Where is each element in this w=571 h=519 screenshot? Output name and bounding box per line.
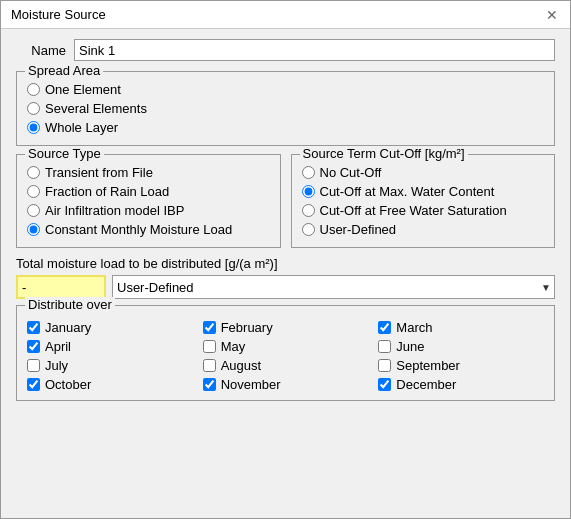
distribute-title: Distribute over [25,297,115,312]
radio-several-elements-label: Several Elements [45,101,147,116]
radio-user-defined-cutoff-label: User-Defined [320,222,397,237]
radio-constant-monthly-input[interactable] [27,223,40,236]
label-june: June [396,339,424,354]
name-row: Name [16,39,555,61]
radio-fraction-rain-input[interactable] [27,185,40,198]
distribute-box: Distribute over January February March [16,305,555,401]
radio-cutoff-max-water-input[interactable] [302,185,315,198]
month-september: September [378,358,544,373]
title-bar: Moisture Source ✕ [1,1,570,29]
checkbox-may[interactable] [203,340,216,353]
label-july: July [45,358,68,373]
radio-user-defined-cutoff: User-Defined [302,222,545,237]
month-december: December [378,377,544,392]
label-december: December [396,377,456,392]
label-april: April [45,339,71,354]
checkbox-october[interactable] [27,378,40,391]
radio-no-cutoff-input[interactable] [302,166,315,179]
radio-transient: Transient from File [27,165,270,180]
month-february: February [203,320,369,335]
radio-cutoff-free-water-label: Cut-Off at Free Water Saturation [320,203,507,218]
radio-transient-input[interactable] [27,166,40,179]
source-row: Source Type Transient from File Fraction… [16,154,555,256]
radio-several-elements-input[interactable] [27,102,40,115]
radio-no-cutoff: No Cut-Off [302,165,545,180]
label-january: January [45,320,91,335]
source-term-group: Source Term Cut-Off [kg/m²] No Cut-Off C… [291,154,556,248]
checkbox-july[interactable] [27,359,40,372]
radio-cutoff-free-water-input[interactable] [302,204,315,217]
months-grid: January February March April May [27,320,544,392]
moisture-controls: User-Defined Custom ▼ [16,275,555,299]
month-july: July [27,358,193,373]
checkbox-september[interactable] [378,359,391,372]
checkbox-january[interactable] [27,321,40,334]
label-may: May [221,339,246,354]
radio-fraction-rain: Fraction of Rain Load [27,184,270,199]
close-button[interactable]: ✕ [544,8,560,22]
label-february: February [221,320,273,335]
radio-one-element-input[interactable] [27,83,40,96]
month-april: April [27,339,193,354]
checkbox-april[interactable] [27,340,40,353]
label-november: November [221,377,281,392]
window-title: Moisture Source [11,7,106,22]
radio-cutoff-free-water: Cut-Off at Free Water Saturation [302,203,545,218]
checkbox-february[interactable] [203,321,216,334]
radio-several-elements: Several Elements [27,101,544,116]
checkbox-march[interactable] [378,321,391,334]
radio-one-element-label: One Element [45,82,121,97]
radio-user-defined-cutoff-input[interactable] [302,223,315,236]
source-type-title: Source Type [25,146,104,161]
checkbox-november[interactable] [203,378,216,391]
name-label: Name [16,43,66,58]
radio-constant-monthly-label: Constant Monthly Moisture Load [45,222,232,237]
moisture-dropdown[interactable]: User-Defined Custom [112,275,555,299]
label-august: August [221,358,261,373]
source-type-group: Source Type Transient from File Fraction… [16,154,281,248]
spread-area-group: Spread Area One Element Several Elements… [16,71,555,146]
radio-transient-label: Transient from File [45,165,153,180]
month-may: May [203,339,369,354]
moisture-dropdown-wrap: User-Defined Custom ▼ [112,275,555,299]
radio-fraction-rain-label: Fraction of Rain Load [45,184,169,199]
spread-area-title: Spread Area [25,63,103,78]
label-march: March [396,320,432,335]
moisture-load-label: Total moisture load to be distributed [g… [16,256,555,271]
radio-whole-layer: Whole Layer [27,120,544,135]
radio-no-cutoff-label: No Cut-Off [320,165,382,180]
label-october: October [45,377,91,392]
moisture-load-input[interactable] [16,275,106,299]
radio-air-infiltration: Air Infiltration model IBP [27,203,270,218]
moisture-source-window: Moisture Source ✕ Name Spread Area One E… [0,0,571,519]
checkbox-june[interactable] [378,340,391,353]
checkbox-august[interactable] [203,359,216,372]
month-august: August [203,358,369,373]
moisture-section: Total moisture load to be distributed [g… [16,256,555,299]
radio-air-infiltration-label: Air Infiltration model IBP [45,203,184,218]
label-september: September [396,358,460,373]
source-term-title: Source Term Cut-Off [kg/m²] [300,146,468,161]
month-march: March [378,320,544,335]
month-november: November [203,377,369,392]
radio-whole-layer-label: Whole Layer [45,120,118,135]
checkbox-december[interactable] [378,378,391,391]
radio-whole-layer-input[interactable] [27,121,40,134]
month-june: June [378,339,544,354]
radio-air-infiltration-input[interactable] [27,204,40,217]
month-october: October [27,377,193,392]
month-january: January [27,320,193,335]
radio-constant-monthly: Constant Monthly Moisture Load [27,222,270,237]
name-input[interactable] [74,39,555,61]
radio-cutoff-max-water: Cut-Off at Max. Water Content [302,184,545,199]
radio-cutoff-max-water-label: Cut-Off at Max. Water Content [320,184,495,199]
radio-one-element: One Element [27,82,544,97]
